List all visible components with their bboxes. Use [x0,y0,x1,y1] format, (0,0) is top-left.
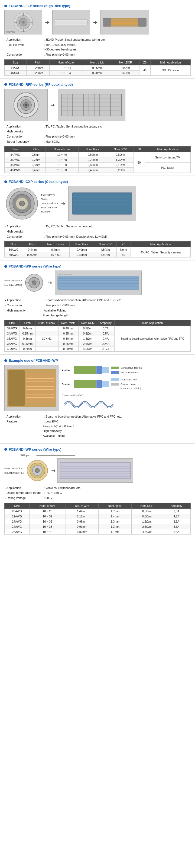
cxp-images: Jacket (PET) Shield Outer conductor Inne… [4,186,191,221]
svg-point-62 [32,281,36,285]
wp2-arrow: ➜ [51,467,56,474]
svg-rect-16 [103,18,111,26]
wp2-table: Size Num. of wire Dia. of wire Nom. thic… [4,503,191,534]
example-spec-folding: Available Folding [5,434,191,438]
rfp-table: Size Pitch Num. of coax Nom. thick. Nom.… [4,146,191,173]
flp-spec-application: - Application : 3D/4D Probe, Small space… [5,37,191,42]
table-row: 20AWG 10 ~ 25 1,44mm 1,7mm 0,5Ω/m 7,0A [5,508,191,514]
cxp-spec-app: - Application : TV, PC, Tablet, Security… [5,224,191,229]
rfp-spec-app: - Application : TV, PC, Tablet, Semi-con… [5,124,191,129]
rfp-image-2 [58,89,125,121]
wp-table: Size Pitch Num. of coax Nom. thick. Nom.… [4,320,191,352]
flp-image-2 [52,10,90,34]
rfp-spec-density: - High density [5,129,191,134]
flp-arrow-1: ➜ [45,19,49,26]
rfp-spec-freq: - Target frequency : Max 6GHz [5,139,191,144]
rfp-specs: - Application : TV, PC, Tablet, Semi-con… [4,124,191,144]
wp-specs: - Application : Board-to-board connectio… [4,298,191,318]
table-row: 22AWG 10 ~ 32 1,12mm 1,4mm 0,8Ω/m 4,7A [5,514,191,519]
a-side-legend: Conductive fabrics FPC Connector [111,366,142,375]
flp-spec-flex: - Flex life cycle : Min.10,000,000 cycle… [5,42,191,48]
svg-point-94 [36,469,37,470]
rfp-images: ➜ [4,89,191,121]
svg-text:Fine Pitch: Fine Pitch [6,31,15,33]
section-example: Example use of FCBAND–WP [0,354,195,444]
example-spec-feature: - Feature : Low EMC [5,419,191,424]
wp2-wire-cross [25,458,49,483]
example-spec-pitch: Fine pitch(0.4 ~ 0.2mm) [5,424,191,429]
svg-rect-74 [8,370,25,406]
wp-spec-ampacity: - High ampacity Available Folding [5,308,191,313]
svg-rect-89 [102,381,109,387]
svg-rect-53 [72,193,132,214]
cxp-spec-density: - High density : [5,229,191,234]
svg-rect-84 [74,366,96,374]
flp-specs: - Application : 3D/4D Probe, Small space… [4,37,191,57]
svg-point-96 [37,470,38,472]
wp-images: Inner conductor Insulation(PFA) ➜ FCBAND… [4,271,191,295]
example-layout: A-side Conductive fabrics FPC C [4,365,191,411]
rfp-arrow: ➜ [50,102,55,108]
wp-spec-free: Free change length [5,313,191,318]
section-title-example: Example use of FCBAND–WP [4,359,191,363]
section-title-wp: FCBAND–WP series (Wire type) [4,264,191,268]
svg-point-52 [19,201,25,206]
table-row: 38AWG 0,5mm 10 ~ 60 0,60mm 2,1Ω/m PC, Ta… [5,162,191,168]
wp2-spec-voltage: - Rating voltage : 600V [5,495,191,501]
b-side-label: B-side [62,382,73,385]
svg-point-95 [38,469,39,470]
flp-image-1: Fine Pitch [4,10,42,34]
wp2-flat-image [57,458,133,483]
wp2-wire-labels: Inner conductor Insulation(ETFE) [4,466,24,475]
svg-rect-97 [60,462,130,478]
flp-spec-construction: - Construction : Fine pitch(±~0.03mm) [5,52,191,57]
wp2-spec-temp: - Usage temperature range : –40 ~ 150 C [5,490,191,495]
b-side-diagram [74,378,109,390]
flp-arrow-2: ➜ [93,19,98,26]
table-row: 24AWG 10 ~ 36 0,98mm 1,3mm 1,3Ω/m 3,6A [5,519,191,524]
svg-rect-88 [96,380,102,388]
table-row: 32AWG 0,4mm 0,40mm 0,5Ω/m 0,7A Board-to-… [5,326,191,331]
svg-rect-86 [102,367,109,373]
section-wp: FCBAND–WP series (Wire type) Inner condu… [0,260,195,354]
cxp-cross-section [4,186,40,221]
flp-th-pitch: Pitch [27,59,49,65]
cxp-arrow: ➜ [61,200,66,207]
svg-rect-17 [138,18,146,26]
example-diagram-area: A-side Conductive fabrics FPC C [62,365,191,411]
svg-rect-85 [96,366,102,374]
cxp-spec-construction: - Construction : Fine pitch(±~0.03mm), D… [5,234,191,239]
svg-rect-65 [58,276,139,289]
flp-images: Fine Pitch ➜ ➜ [4,10,191,34]
flp-image-3 [100,10,149,34]
wp-image-flat: FCBAND-WP [55,271,142,295]
wp-wire-diagram [23,272,45,293]
cxp-diagram-area: Jacket (PET) Shield Outer conductor Inne… [4,186,58,221]
cross-section-diagram [62,397,116,411]
wp-spec-construction: - Construction : Fine pitch(±~0.03mm) [5,303,191,308]
table-row: 44AWG 0,25mm 10 ~ 64 0,25mm 10Ω/m 45 3D … [5,65,191,70]
example-spec-app: - Application : Board-to-board connectio… [5,414,191,419]
table-row: 26AWG 10 ~ 42 0,80mm 1,1mm 4,5Ω/m 2,3A [5,529,191,534]
cxp-coax-labels: Jacket (PET) Shield Outer conductor Inne… [40,193,58,214]
flp-th-thick: Nom. thick. [83,59,112,65]
svg-text:FCBAND-WP: FCBAND-WP [59,273,72,276]
example-specs: - Application : Board-to-board connectio… [4,414,191,438]
rfp-spec-construction: - Construction : Fine pitch(±~0.03mm) [5,134,191,139]
example-spec-ampacity: High ampacity [5,429,191,434]
svg-rect-87 [74,380,96,388]
wp2-specs: - Application : Vehicles, Switchboard, e… [4,486,191,501]
section-title-wp2: FCBAND–WP series (Wire type) [4,447,191,452]
cross-section-label: Cross-section C-C' [62,394,191,397]
pfa-yarn-label: PFA yarn [21,454,31,457]
svg-point-25 [25,104,27,106]
flp-th-numcoax: Num. of coax [49,59,83,65]
cxp-image-flat [68,186,136,221]
wp-wire-labels: Inner conductor Insulation(PFA) [4,278,22,287]
b-side-legend: FCBAND–WP Ground board (Connect to shiel… [111,377,141,391]
svg-point-3 [22,21,25,24]
section-title-cxp: FCBAND–CXP series (Coaxial type) [4,180,191,184]
section-rfp: FCBAND–RFP series (RF coaxial type) ➜ [0,79,195,176]
rfp-image-1 [4,89,48,121]
svg-rect-75 [26,373,56,403]
